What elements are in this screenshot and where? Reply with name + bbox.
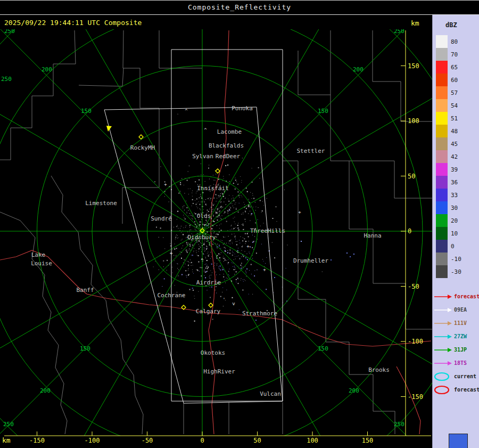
echo-pixel [224, 274, 224, 274]
echo-pixel [225, 250, 226, 251]
echo-pixel [191, 265, 192, 266]
echo-pixel [205, 199, 206, 200]
echo-pixel [185, 260, 185, 260]
echo-pixel [245, 243, 246, 244]
echo-pixel [201, 175, 201, 175]
echo-pixel [244, 204, 245, 205]
echo-pixel [213, 230, 213, 231]
station-marker: + [246, 243, 250, 249]
echo-pixel [229, 210, 230, 211]
echo-pixel [274, 292, 274, 293]
ring-distance-label: 250 [394, 421, 404, 428]
echo-pixel [243, 256, 244, 257]
echo-pixel [188, 243, 189, 243]
echo-pixel [242, 250, 242, 251]
station-marker: + [170, 250, 173, 256]
ring-distance-label: 250 [394, 28, 404, 35]
map-boundary-line [298, 51, 349, 229]
echo-pixel [195, 213, 196, 214]
echo-pixel [234, 233, 235, 234]
map-boundary-line [0, 212, 67, 434]
city-label: Calgary [196, 308, 221, 315]
echo-pixel [242, 240, 243, 241]
scale-swatch [436, 99, 448, 112]
echo-pixel [199, 248, 200, 249]
echo-pixel [243, 213, 243, 213]
echo-pixel [193, 273, 194, 274]
echo-pixel [228, 274, 229, 275]
echo-pixel [252, 193, 253, 194]
echo-pixel [241, 263, 242, 264]
echo-pixel [186, 275, 186, 275]
echo-pixel [215, 180, 216, 181]
echo-pixel [193, 265, 193, 265]
scale-swatch [436, 86, 448, 99]
echo-pixel [216, 212, 217, 213]
station-marker: ^ [201, 258, 204, 263]
echo-pixel [191, 262, 192, 263]
echo-pixel [195, 229, 195, 230]
echo-pixel [223, 244, 224, 245]
horizontal-axis-tick-label: 0 [200, 437, 204, 444]
echo-pixel [246, 208, 247, 209]
ring-distance-label: 150 [318, 345, 328, 352]
echo-pixel [212, 272, 212, 273]
horizontal-axis-unit: km [2, 436, 11, 444]
echo-pixel [197, 255, 197, 255]
echo-pixel [244, 238, 245, 239]
echo-pixel [224, 280, 225, 280]
echo-pixel [213, 266, 213, 267]
echo-pixel [239, 309, 240, 310]
station-marker: ^ [185, 108, 188, 113]
echo-pixel [219, 208, 219, 208]
highway-line [209, 229, 215, 434]
echo-pixel [235, 178, 235, 178]
resize-corner[interactable] [449, 434, 468, 448]
echo-pixel [194, 296, 195, 296]
echo-pixel [193, 203, 194, 204]
echo-pixel [180, 191, 180, 192]
legend-label: 18TS [454, 360, 467, 366]
echo-pixel [287, 245, 288, 246]
echo-pixel [229, 275, 229, 276]
echo-pixel [213, 268, 214, 269]
scale-band: 39 [436, 163, 461, 176]
echo-pixel [242, 158, 243, 158]
echo-pixel [216, 201, 217, 201]
vertical-axis-unit: km [411, 19, 419, 27]
echo-pixel [241, 182, 242, 183]
echo-pixel [213, 215, 214, 215]
map-boundary-line [79, 68, 123, 86]
echo-pixel [238, 266, 238, 266]
echo-pixel [221, 224, 221, 224]
echo-pixel [204, 248, 204, 249]
station-marker: + [298, 209, 301, 215]
echo-pixel [187, 213, 187, 213]
scale-unit-label: dBZ [445, 21, 457, 29]
echo-pixel [181, 252, 182, 253]
echo-pixel [229, 174, 229, 175]
echo-pixel [220, 217, 220, 217]
ring-distance-label: 250 [4, 28, 15, 35]
echo-pixel [190, 259, 191, 260]
echo-pixel [245, 233, 246, 234]
echo-pixel [241, 268, 242, 269]
echo-pixel [197, 242, 198, 242]
echo-pixel [232, 243, 233, 244]
echo-pixel [186, 201, 186, 201]
echo-pixel [232, 199, 232, 199]
echo-pixel [208, 267, 209, 268]
echo-pixel [170, 243, 171, 244]
echo-pixel [240, 197, 240, 198]
echo-pixel [229, 269, 230, 270]
echo-pixel [190, 263, 191, 263]
echo-pixel [167, 270, 167, 271]
echo-pixel [174, 249, 175, 250]
echo-pixel [189, 248, 189, 249]
echo-pixel [180, 255, 181, 255]
echo-pixel [237, 191, 238, 192]
echo-pixel [252, 195, 253, 196]
echo-pixel [228, 264, 228, 264]
echo-pixel [236, 209, 237, 210]
echo-pixel [234, 266, 235, 266]
